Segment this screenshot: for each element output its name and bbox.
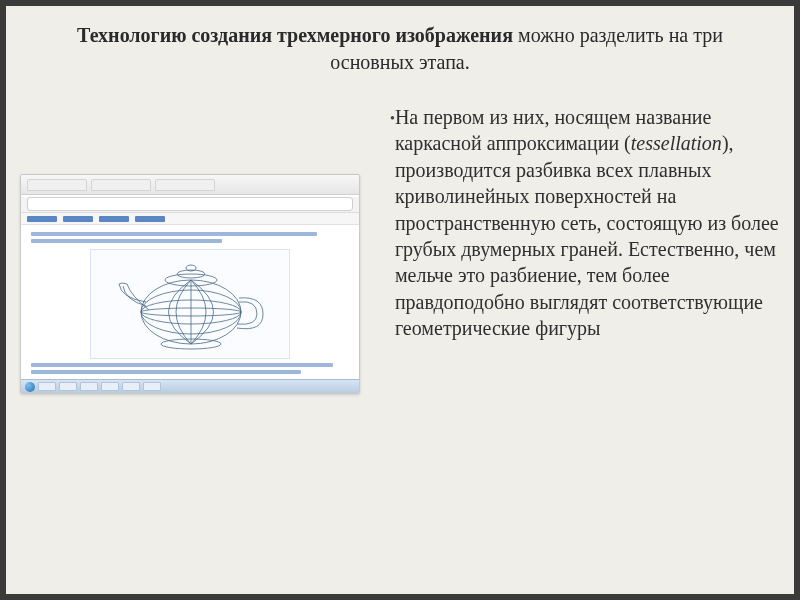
browser-tab [155, 179, 215, 191]
page-text-line [31, 370, 301, 374]
taskbar-item [101, 382, 119, 391]
browser-toolbar [21, 197, 359, 213]
wireframe-teapot-image [90, 249, 290, 359]
body-paragraph: На первом из них, носящем название карка… [395, 104, 784, 342]
taskbar-item [38, 382, 56, 391]
taskbar-item [59, 382, 77, 391]
embedded-screenshot [20, 174, 360, 394]
title-bold-part: Технологию создания трехмерного изображе… [77, 24, 513, 46]
bullet-list-item: • На первом из них, носящем название кар… [390, 104, 784, 342]
browser-page [21, 225, 359, 381]
windows-taskbar [21, 379, 359, 393]
bookmark-item [27, 216, 57, 222]
bookmark-item [99, 216, 129, 222]
start-orb-icon [25, 382, 35, 392]
slide-title: Технологию создания трехмерного изображе… [0, 0, 800, 86]
page-text-line [31, 232, 317, 236]
body-text-post: ), производится разбивка всех плавных кр… [395, 132, 779, 339]
right-column: • На первом из них, носящем название кар… [370, 104, 790, 394]
browser-tab [91, 179, 151, 191]
page-text-line [31, 239, 222, 243]
browser-urlbar [27, 197, 353, 211]
taskbar-item [80, 382, 98, 391]
taskbar-item [122, 382, 140, 391]
taskbar-item [143, 382, 161, 391]
page-text-line [31, 363, 333, 367]
browser-bookmarks [21, 213, 359, 225]
bookmark-item [63, 216, 93, 222]
content-area: • На первом из них, носящем название кар… [0, 86, 800, 394]
bookmark-item [135, 216, 165, 222]
body-text-italic: tessellation [631, 132, 722, 154]
browser-tab [27, 179, 87, 191]
left-column [10, 104, 370, 394]
browser-tabstrip [21, 175, 359, 195]
